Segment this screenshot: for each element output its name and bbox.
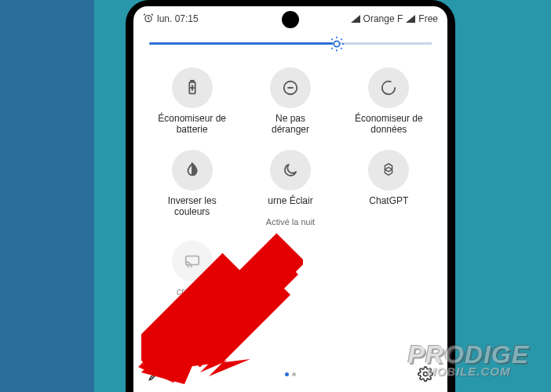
- night-light-tile[interactable]: urne Éclair Activé la nuit: [241, 147, 339, 233]
- tile-label: cra ffusect Wi-Fi: [173, 286, 210, 309]
- chatgpt-icon: [368, 150, 409, 191]
- page-dot-2: [292, 372, 296, 376]
- svg-point-1: [334, 41, 339, 46]
- settings-button[interactable]: [416, 365, 435, 383]
- status-time: lun. 07:15: [157, 13, 199, 24]
- brightness-thumb-icon[interactable]: [328, 35, 345, 53]
- camera-notch: [282, 11, 299, 28]
- background-left: [0, 0, 94, 392]
- page-indicator: [285, 372, 296, 376]
- svg-rect-5: [185, 256, 199, 264]
- svg-rect-3: [191, 81, 194, 82]
- dnd-tile[interactable]: Ne pasdéranger: [241, 64, 339, 142]
- carrier-2: Free: [418, 13, 438, 24]
- invert-colors-tile[interactable]: Inverser lescouleurs: [143, 147, 241, 233]
- quick-settings-tiles: Économiseur debatterie Ne pasdéranger Éc…: [133, 60, 447, 315]
- carrier-1: Orange F: [363, 13, 403, 24]
- battery-saver-tile[interactable]: Économiseur debatterie: [143, 64, 241, 142]
- status-left: lun. 07:15: [143, 13, 199, 26]
- tile-label: Économiseur debatterie: [158, 113, 226, 136]
- status-right: Orange F Free: [351, 13, 438, 24]
- alarm-icon: [143, 13, 154, 26]
- signal-icon-1: [351, 15, 360, 23]
- battery-icon: [172, 67, 213, 108]
- brightness-slider[interactable]: [133, 28, 447, 60]
- cast-tile[interactable]: cra ffusect Wi-Fi: [143, 238, 241, 315]
- phone-screen: lun. 07:15 Orange F Free: [133, 6, 447, 392]
- signal-icon-2: [406, 15, 415, 23]
- dnd-icon: [270, 67, 311, 108]
- tile-label: ChatGPT: [369, 195, 408, 217]
- tile-label: urne Éclair: [268, 195, 312, 217]
- chatgpt-tile[interactable]: ChatGPT: [340, 147, 438, 233]
- brightness-track: [149, 42, 432, 45]
- data-saver-icon: [368, 67, 409, 108]
- tile-label: Ne pasdéranger: [272, 113, 309, 136]
- invert-icon: [172, 150, 213, 191]
- svg-point-6: [424, 372, 428, 376]
- moon-icon: [270, 150, 311, 191]
- edit-tiles-button[interactable]: [146, 365, 165, 383]
- data-saver-tile[interactable]: Économiseur dedonnées: [340, 64, 438, 142]
- phone-frame: lun. 07:15 Orange F Free: [126, 0, 455, 392]
- tile-sublabel: Activé la nuit: [266, 217, 315, 227]
- tile-label: Économiseur dedonnées: [355, 113, 423, 136]
- tile-label: Inverser lescouleurs: [168, 195, 217, 218]
- cast-icon: [172, 241, 213, 281]
- bottom-controls: [133, 362, 447, 386]
- page-dot-1: [285, 372, 289, 376]
